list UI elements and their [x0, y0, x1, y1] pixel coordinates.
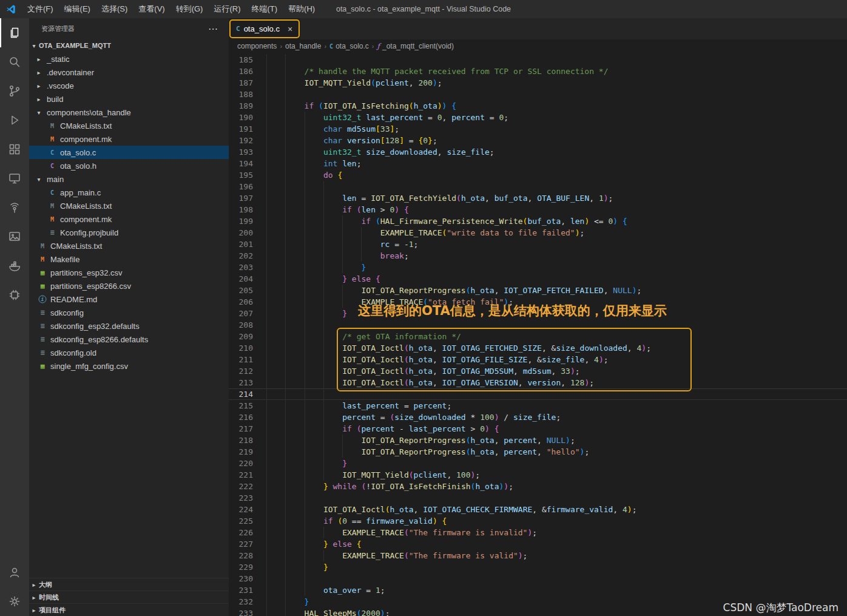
tree-file-partitions-esp32-csv[interactable]: ▦partitions_esp32.csv [29, 266, 229, 279]
code-line[interactable]: 198if (len > 0) { [229, 204, 847, 215]
code-line[interactable]: 213IOT_OTA_Ioctl(h_ota, IOT_OTAG_VERSION… [229, 377, 847, 388]
code-line[interactable]: 217if (percent - last_percent > 0) { [229, 423, 847, 435]
tab-ota-solo-c[interactable]: C ota_solo.c × [229, 18, 300, 39]
code-line[interactable]: 216percent = (size_downloaded * 100) / s… [229, 411, 847, 423]
project-section-header[interactable]: ▾ OTA_EXAMPLE_MQTT [29, 39, 229, 52]
menu-go[interactable]: 转到(G) [170, 0, 209, 18]
activity-broadcast[interactable] [0, 193, 29, 222]
code-line[interactable]: 218IOT_OTA_ReportProgress(h_ota, percent… [229, 435, 847, 446]
tree-file-cmakelists-txt[interactable]: MCMakeLists.txt [29, 199, 229, 212]
tree-file-component-mk[interactable]: Mcomponent.mk [29, 132, 229, 146]
tree-file-makefile[interactable]: MMakefile [29, 252, 229, 266]
section-timeline[interactable]: ▸时间线 [29, 591, 229, 603]
code-line[interactable]: 222} while (!IOT_OTA_IsFetchFinish(h_ota… [229, 481, 847, 492]
code-line[interactable]: 225if (0 == firmware_valid) { [229, 515, 847, 527]
code-line[interactable]: 210IOT_OTA_Ioctl(h_ota, IOT_OTAG_FETCHED… [229, 342, 847, 354]
code-line[interactable]: 229} [229, 561, 847, 573]
code-editor[interactable]: 185186/* handle the MQTT packet received… [229, 53, 847, 616]
code-line[interactable]: 205IOT_OTA_ReportProgress(h_ota, IOT_OTA… [229, 285, 847, 296]
breadcrumb-ota-mqtt-client-void[interactable]: ƒ_ota_mqtt_client(void) [377, 42, 454, 50]
menu-edit[interactable]: 编辑(E) [59, 0, 96, 18]
code-line[interactable]: 223 [229, 492, 847, 504]
code-line[interactable]: 185 [229, 54, 847, 66]
code-line[interactable]: 231ota_over = 1; [229, 584, 847, 596]
code-line[interactable]: 197len = IOT_OTA_FetchYield(h_ota, buf_o… [229, 192, 847, 204]
code-line[interactable]: 227} else { [229, 538, 847, 550]
code-line[interactable]: 190uint32_t last_percent = 0, percent = … [229, 112, 847, 123]
code-line[interactable]: 209/* get OTA information */ [229, 331, 847, 342]
code-line[interactable]: 201rc = -1; [229, 239, 847, 250]
code-line[interactable]: 193uint32_t size_downloaded, size_file; [229, 146, 847, 158]
code-line[interactable]: 204} else { [229, 273, 847, 285]
code-line[interactable]: 215last_percent = percent; [229, 400, 847, 411]
code-line[interactable]: 199if (HAL_Firmware_Persistence_Write(bu… [229, 215, 847, 227]
tree-file-kconfig-projbuild[interactable]: ≡Kconfig.projbuild [29, 226, 229, 239]
code-line[interactable]: 200EXAMPLE_TRACE("write data to file fai… [229, 227, 847, 239]
code-line[interactable]: 212IOT_OTA_Ioctl(h_ota, IOT_OTAG_MD5SUM,… [229, 365, 847, 377]
code-line[interactable]: 219IOT_OTA_ReportProgress(h_ota, percent… [229, 446, 847, 458]
menu-file[interactable]: 文件(F) [22, 0, 59, 18]
tree-file-partitions-esp8266-csv[interactable]: ▦partitions_esp8266.csv [29, 279, 229, 293]
code-line[interactable]: 189if (IOT_OTA_IsFetching(h_ota)) { [229, 100, 847, 112]
more-actions-icon[interactable]: ⋯ [206, 23, 220, 35]
tree-file-sdkconfig-esp8266-defaults[interactable]: ≡sdkconfig_esp8266.defaults [29, 333, 229, 346]
activity-run-debug[interactable] [0, 106, 29, 135]
tree-file-cmakelists-txt[interactable]: MCMakeLists.txt [29, 239, 229, 252]
section-outline[interactable]: ▸大纲 [29, 578, 229, 591]
code-line[interactable]: 186/* handle the MQTT packet received fr… [229, 66, 847, 77]
code-line[interactable]: 203} [229, 262, 847, 273]
code-line[interactable]: 214 [229, 388, 847, 400]
activity-docker[interactable] [0, 251, 29, 280]
tree-file-sdkconfig-esp32-defaults[interactable]: ≡sdkconfig_esp32.defaults [29, 319, 229, 333]
tree-file-ota-solo-c[interactable]: Cota_solo.c [29, 146, 229, 159]
activity-chip[interactable] [0, 280, 29, 310]
code-line[interactable]: 196 [229, 181, 847, 192]
activity-remote-explorer[interactable] [0, 164, 29, 193]
activity-search[interactable] [0, 47, 29, 76]
activity-source-control[interactable] [0, 76, 29, 106]
code-line[interactable]: 230 [229, 573, 847, 584]
activity-explorer[interactable] [0, 18, 29, 47]
code-line[interactable]: 195do { [229, 169, 847, 181]
tree-file-component-mk[interactable]: Mcomponent.mk [29, 212, 229, 226]
menu-selection[interactable]: 选择(S) [96, 0, 133, 18]
code-line[interactable]: 221IOT_MQTT_Yield(pclient, 100); [229, 469, 847, 481]
code-line[interactable]: 194int len; [229, 158, 847, 169]
breadcrumb-ota-handle[interactable]: ota_handle [285, 42, 321, 50]
code-line[interactable]: 192char version[128] = {0}; [229, 135, 847, 146]
menu-view[interactable]: 查看(V) [133, 0, 170, 18]
tree-folder-main[interactable]: ▾main [29, 172, 229, 186]
section-project-components[interactable]: ▸项目组件 [29, 603, 229, 616]
menu-help[interactable]: 帮助(H) [283, 0, 320, 18]
code-line[interactable]: 211IOT_OTA_Ioctl(h_ota, IOT_OTAG_FILE_SI… [229, 354, 847, 365]
activity-extensions[interactable] [0, 135, 29, 164]
tree-file-single-mfg-config-csv[interactable]: ▦single_mfg_config.csv [29, 359, 229, 373]
code-line[interactable]: 224IOT_OTA_Ioctl(h_ota, IOT_OTAG_CHECK_F… [229, 504, 847, 515]
tree-file-app-main-c[interactable]: Capp_main.c [29, 186, 229, 199]
code-line[interactable]: 226EXAMPLE_TRACE("The firmware is invali… [229, 527, 847, 538]
menu-terminal[interactable]: 终端(T) [246, 0, 283, 18]
code-line[interactable]: 187IOT_MQTT_Yield(pclient, 200); [229, 77, 847, 89]
code-line[interactable]: 188 [229, 89, 847, 100]
tree-file-ota-solo-h[interactable]: Cota_solo.h [29, 159, 229, 172]
code-line[interactable]: 228EXAMPLE_TRACE("The firmware is valid"… [229, 550, 847, 561]
tree-folder-static[interactable]: ▸_static [29, 52, 229, 66]
tree-file-readme-md[interactable]: iREADME.md [29, 293, 229, 306]
activity-settings[interactable] [0, 587, 29, 616]
tree-folder-vscode[interactable]: ▸.vscode [29, 79, 229, 92]
close-icon[interactable]: × [286, 24, 294, 34]
code-line[interactable]: 191char md5sum[33]; [229, 123, 847, 135]
tree-file-sdkconfig-old[interactable]: ≡sdkconfig.old [29, 346, 229, 359]
tree-folder-build[interactable]: ▸build [29, 92, 229, 106]
code-line[interactable]: 202break; [229, 250, 847, 262]
breadcrumb-components[interactable]: components [237, 42, 277, 50]
tree-file-sdkconfig[interactable]: ≡sdkconfig [29, 306, 229, 319]
tree-folder-components-ota-handle[interactable]: ▾components\ota_handle [29, 106, 229, 119]
menu-run[interactable]: 运行(R) [208, 0, 246, 18]
activity-account[interactable] [0, 558, 29, 587]
code-line[interactable]: 207}这里得到的OTA信息，是从结构体获取的，仅用来显示 [229, 308, 847, 319]
tree-folder-devcontainer[interactable]: ▸.devcontainer [29, 66, 229, 79]
breadcrumb-ota-solo-c[interactable]: Cota_solo.c [329, 42, 369, 50]
code-line[interactable]: 220} [229, 458, 847, 469]
activity-preview[interactable] [0, 222, 29, 251]
